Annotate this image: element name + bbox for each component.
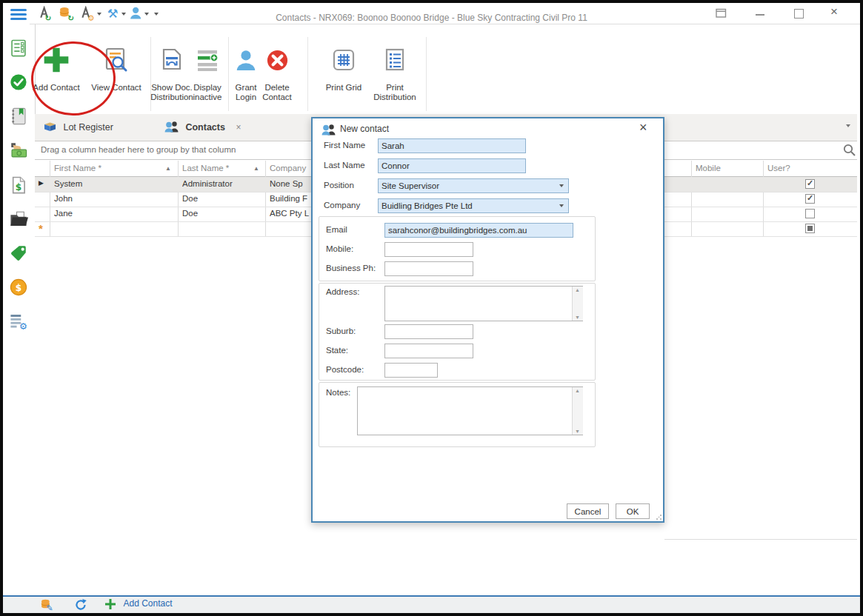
cancel-button[interactable]: Cancel xyxy=(567,503,609,519)
first-name-field[interactable] xyxy=(378,138,526,153)
delete-contact-button[interactable]: DeleteContact xyxy=(259,37,296,111)
position-label: Position xyxy=(324,181,354,190)
print-distribution-button[interactable]: PrintDistribution xyxy=(369,37,421,111)
postcode-label: Postcode: xyxy=(326,365,364,374)
user-checkbox[interactable] xyxy=(805,224,815,233)
last-name-label: Last Name xyxy=(324,161,365,170)
window-maximize-button[interactable] xyxy=(794,9,804,19)
cell-last-name: Administrator xyxy=(182,179,262,188)
state-label: State: xyxy=(326,346,348,355)
address-field[interactable] xyxy=(384,286,583,321)
cell-last-name: Doe xyxy=(182,209,262,218)
dialog-close-icon[interactable]: × xyxy=(639,120,647,135)
address-scrollbar[interactable]: ▲▼ xyxy=(572,287,583,321)
window-new-icon xyxy=(716,8,727,19)
position-dropdown[interactable]: Site Supervisor xyxy=(378,178,569,193)
print-distribution-label-1: Print xyxy=(386,83,404,92)
new-contact-dialog: New contact × First Name Last Name Posit… xyxy=(311,117,664,523)
last-name-field[interactable] xyxy=(378,158,526,173)
statusbar-add-contact-button[interactable]: Add Contact xyxy=(105,597,173,611)
sidebar-item-claims[interactable] xyxy=(9,141,28,163)
user-checkbox[interactable] xyxy=(805,209,815,218)
notes-scrollbar[interactable]: ▲▼ xyxy=(572,387,583,435)
contacts-people-icon xyxy=(164,121,179,133)
svg-text:✎: ✎ xyxy=(46,603,53,612)
postcode-field[interactable] xyxy=(384,363,438,378)
display-inactive-label-1: Display xyxy=(193,83,221,92)
suburb-field[interactable] xyxy=(384,324,473,339)
app-window: ↻ ↻ ⚙ ⚒ Contacts - NRX069: Boonoo Boonoo… xyxy=(0,0,863,616)
window-new-button[interactable] xyxy=(716,8,727,21)
documents-folder-icon xyxy=(9,210,28,229)
scroll-up-icon: ▲ xyxy=(575,388,580,393)
suburb-label: Suburb: xyxy=(326,327,356,335)
window-minimize-button[interactable] xyxy=(756,14,764,16)
user-checkbox[interactable] xyxy=(805,179,815,189)
search-icon[interactable] xyxy=(843,144,856,159)
edit-data-icon[interactable]: ✎ xyxy=(40,598,54,615)
notes-field[interactable] xyxy=(357,386,583,435)
sidebar-item-invoices[interactable]: $ xyxy=(9,175,28,198)
tabbar-dropdown-caret[interactable] xyxy=(846,124,850,127)
cell-first-name: John xyxy=(54,194,173,203)
window-close-button[interactable]: × xyxy=(830,5,838,18)
sort-asc-icon[interactable]: ▲ xyxy=(253,165,259,172)
invoice-dollar-icon: $ xyxy=(9,175,28,195)
notes-label: Notes: xyxy=(326,388,350,397)
dialog-people-icon xyxy=(321,124,336,138)
state-field[interactable] xyxy=(384,344,473,358)
delete-contact-label-1: Delete xyxy=(264,83,289,92)
group-by-hint: Drag a column header here to group by th… xyxy=(41,145,236,154)
scroll-down-icon: ▼ xyxy=(575,315,580,320)
current-row-icon: ▶ xyxy=(39,179,44,187)
tab-contacts[interactable]: Contacts × xyxy=(164,120,241,133)
ok-button[interactable]: OK xyxy=(616,503,650,519)
mobile-field[interactable] xyxy=(384,242,473,257)
sidebar-item-finance[interactable]: $ xyxy=(9,278,28,300)
grid-footer-line xyxy=(664,539,857,540)
display-inactive-label-2: inactive xyxy=(193,93,222,101)
print-distribution-icon xyxy=(382,47,407,73)
sidebar-item-tags[interactable] xyxy=(9,244,28,266)
svg-text:$: $ xyxy=(16,182,21,192)
window-title: Contacts - NRX069: Boonoo Boonoo Bridge … xyxy=(3,13,860,23)
sort-asc-icon[interactable]: ▲ xyxy=(165,165,171,172)
payment-hand-icon xyxy=(9,141,28,160)
add-plus-icon xyxy=(105,599,116,609)
address-label: Address: xyxy=(326,287,359,296)
sidebar-item-admin[interactable]: ⚙ xyxy=(9,312,28,334)
user-checkbox[interactable] xyxy=(805,194,815,204)
column-header-first-name[interactable]: First Name * xyxy=(54,164,101,173)
mobile-label: Mobile: xyxy=(326,244,353,253)
column-header-user[interactable]: User? xyxy=(767,164,790,173)
print-distribution-label-2: Distribution xyxy=(373,93,416,101)
company-caret-icon xyxy=(559,204,564,207)
company-dropdown[interactable]: Buidling Bridges Pte Ltd xyxy=(378,198,569,213)
dialog-title: New contact xyxy=(340,124,389,134)
add-contact-button[interactable]: Add Contact xyxy=(24,37,88,111)
column-header-mobile[interactable]: Mobile xyxy=(696,164,721,173)
company-value: Buidling Bridges Pte Ltd xyxy=(381,201,473,210)
tag-icon xyxy=(9,244,28,263)
status-bar: ✎ Add Contact xyxy=(3,597,860,613)
refresh-icon[interactable] xyxy=(74,598,87,615)
resize-grip-icon[interactable] xyxy=(656,514,662,520)
display-inactive-icon xyxy=(195,47,220,73)
tab-contacts-close-icon[interactable]: × xyxy=(236,122,241,133)
tab-lot-register[interactable]: Lot Register xyxy=(43,120,113,133)
business-ph-field[interactable] xyxy=(384,261,473,276)
view-contact-icon xyxy=(104,47,129,73)
delete-contact-icon xyxy=(265,48,290,73)
delete-contact-label-2: Contact xyxy=(262,93,292,101)
scroll-down-icon: ▼ xyxy=(575,429,580,434)
cell-first-name: Jane xyxy=(54,209,173,218)
email-field[interactable] xyxy=(384,223,573,238)
sidebar-item-documents[interactable] xyxy=(9,210,28,232)
tab-contacts-label: Contacts xyxy=(185,122,224,133)
svg-text:$: $ xyxy=(16,283,21,293)
column-header-last-name[interactable]: Last Name * xyxy=(182,164,229,173)
grant-login-icon xyxy=(234,48,258,72)
column-header-company[interactable]: Company xyxy=(270,164,306,173)
crate-icon xyxy=(43,120,57,133)
admin-grid-gear-icon: ⚙ xyxy=(9,312,28,331)
